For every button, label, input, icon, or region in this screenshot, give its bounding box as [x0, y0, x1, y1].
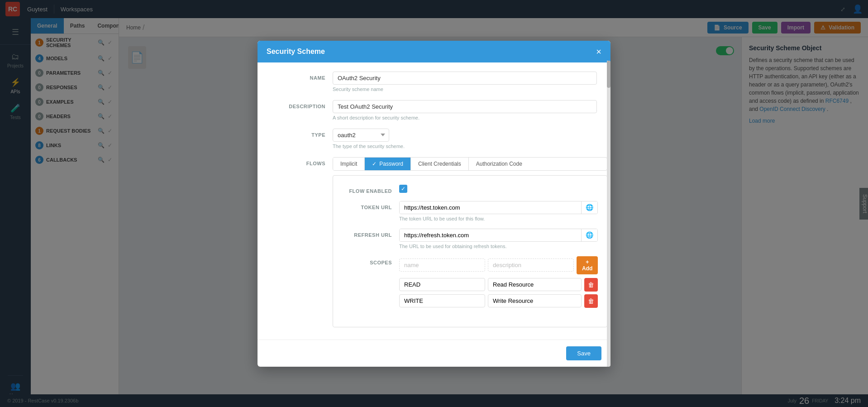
token-url-input[interactable] [400, 201, 581, 214]
security-scheme-modal: Security Scheme × NAME Security scheme n… [258, 41, 610, 367]
scopes-row: SCOPES + Add 🗑 [342, 256, 598, 311]
scope-entry-name-0[interactable] [399, 278, 485, 291]
token-url-label: TOKEN URL [342, 201, 392, 210]
token-url-globe-icon[interactable]: 🌐 [581, 201, 597, 214]
token-url-row: TOKEN URL 🌐 The token URL to be used for… [342, 201, 598, 221]
scope-entry-desc-0[interactable] [488, 278, 582, 291]
type-select[interactable]: oauth2 http apiKey openIdConnect [333, 129, 389, 142]
refresh-url-label: REFRESH URL [342, 229, 392, 238]
flow-tab-password[interactable]: ✓ Password [365, 158, 411, 170]
scope-entry-desc-1[interactable] [488, 294, 582, 307]
flow-tab-implicit[interactable]: Implicit [333, 158, 365, 170]
modal-scroll-thumb [607, 61, 610, 88]
type-control: oauth2 http apiKey openIdConnect The typ… [333, 129, 597, 149]
description-control: A short description for security scheme. [333, 100, 597, 120]
refresh-url-input-wrap: 🌐 [399, 229, 598, 242]
scope-delete-btn-1[interactable]: 🗑 [584, 294, 598, 308]
authorization-code-label: Authorization Code [476, 161, 522, 167]
scope-name-new-input[interactable] [399, 259, 485, 272]
scopes-control: + Add 🗑 🗑 [399, 256, 598, 311]
flows-row: FLOWS Implicit ✓ Password Client Credent… [271, 157, 597, 327]
flow-tab-client-credentials[interactable]: Client Credentials [411, 158, 469, 170]
name-label: NAME [271, 72, 325, 81]
flow-enabled-row: FLOW ENABLED ✓ [342, 185, 598, 194]
modal-save-button[interactable]: Save [566, 346, 601, 360]
modal-title: Security Scheme [267, 48, 325, 56]
flows-control: Implicit ✓ Password Client Credentials A… [333, 157, 607, 327]
scope-delete-btn-0[interactable]: 🗑 [584, 278, 598, 292]
token-url-input-wrap: 🌐 [399, 201, 598, 214]
modal-body: NAME Security scheme name DESCRIPTION A … [258, 62, 610, 340]
type-hint: The type of the security scheme. [333, 144, 597, 149]
refresh-url-input[interactable] [400, 229, 581, 241]
refresh-url-control: 🌐 The URL to be used for obtaining refre… [399, 229, 598, 249]
description-label: DESCRIPTION [271, 100, 325, 109]
scopes-label: SCOPES [342, 256, 392, 265]
flow-enabled-control: ✓ [399, 185, 598, 193]
flow-content-box: FLOW ENABLED ✓ TOKEN URL 🌐 [333, 175, 607, 327]
scope-entry-1: 🗑 [399, 294, 598, 308]
description-row: DESCRIPTION A short description for secu… [271, 100, 597, 120]
refresh-url-globe-icon[interactable]: 🌐 [581, 229, 597, 241]
type-label: TYPE [271, 129, 325, 138]
implicit-label: Implicit [340, 161, 357, 167]
flows-tabs: Implicit ✓ Password Client Credentials A… [333, 157, 607, 171]
modal-overlay[interactable]: Security Scheme × NAME Security scheme n… [0, 0, 868, 407]
name-row: NAME Security scheme name [271, 72, 597, 92]
refresh-url-row: REFRESH URL 🌐 The URL to be used for obt… [342, 229, 598, 249]
description-hint: A short description for security scheme. [333, 115, 597, 120]
name-control: Security scheme name [333, 72, 597, 92]
scope-entry-name-1[interactable] [399, 294, 485, 307]
flows-label: FLOWS [271, 157, 325, 166]
modal-header: Security Scheme × [258, 41, 610, 62]
type-row: TYPE oauth2 http apiKey openIdConnect Th… [271, 129, 597, 149]
client-credentials-label: Client Credentials [418, 161, 461, 167]
refresh-url-hint: The URL to be used for obtaining refresh… [399, 244, 598, 249]
name-hint: Security scheme name [333, 86, 597, 92]
flow-enabled-label: FLOW ENABLED [342, 185, 392, 194]
password-label: Password [379, 161, 403, 167]
flow-tab-authorization-code[interactable]: Authorization Code [469, 158, 529, 170]
token-url-hint: The token URL to be used for this flow. [399, 216, 598, 221]
token-url-control: 🌐 The token URL to be used for this flow… [399, 201, 598, 221]
scope-desc-new-input[interactable] [488, 259, 574, 272]
description-input[interactable] [333, 100, 597, 113]
scope-entry-0: 🗑 [399, 278, 598, 292]
add-scope-button[interactable]: + Add [577, 256, 598, 274]
modal-close-button[interactable]: × [596, 47, 601, 56]
modal-footer: Save [258, 340, 610, 367]
flow-enabled-checkbox[interactable]: ✓ [399, 185, 407, 193]
scope-entries: 🗑 🗑 [399, 278, 598, 308]
scope-add-row: + Add [399, 256, 598, 274]
name-input[interactable] [333, 72, 597, 85]
check-icon: ✓ [372, 161, 377, 167]
modal-scrollbar[interactable] [607, 61, 610, 367]
